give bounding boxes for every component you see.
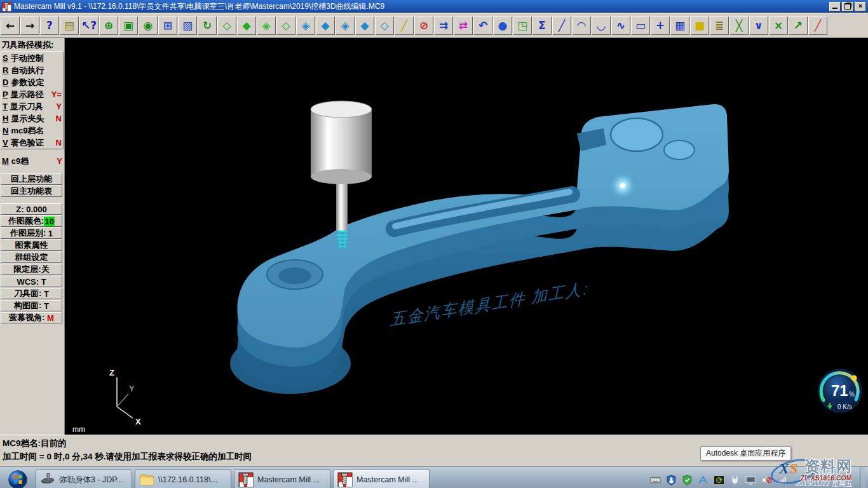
groups-button[interactable]: 群组设定 [1,252,62,263]
draw-color-button[interactable]: 作图颜色:10 [1,215,62,227]
break-point-button[interactable]: ╱ [808,17,827,35]
menu-item-manual-control[interactable]: S手动控制 [1,52,63,64]
speed-ball-widget[interactable]: 71 % 0 K/s [816,367,864,416]
cplane-front-button[interactable]: ◆ [316,17,335,35]
uac-shield-icon[interactable] [666,474,677,485]
volume-muted-icon[interactable] [761,474,773,485]
start-button[interactable] [4,468,32,488]
create-fillet-button[interactable]: ◡ [592,17,611,35]
operations-tree-button[interactable]: ≣ [710,17,729,35]
menu-key: V [3,138,8,147]
model-counterbore-inner [278,268,311,284]
help-button[interactable]: ? [40,17,59,35]
delete-entities-button[interactable]: ⊘ [414,17,433,35]
axis-x-label: X [135,417,141,426]
analyze-sigma-button[interactable]: Σ [532,17,552,35]
repaint-button[interactable]: ▨ [178,17,197,35]
taskbar-clock[interactable]: 10:5 2019/11/22 星期五 [796,471,853,488]
menu-item-mc9-filename[interactable]: Nmc9档名 [1,125,63,137]
solids-manager-button[interactable]: ◳ [513,17,532,35]
antivirus-shield-icon[interactable] [682,474,693,485]
trim-divide-button[interactable]: × [769,17,788,35]
menu-item-parameters[interactable]: D参数设定 [1,76,63,88]
file-cabinet-button[interactable]: ▤ [60,17,79,35]
wcs-button[interactable]: WCS: T [1,276,62,287]
menu-label: 手动控制 [11,53,44,64]
taskbar-button-label: \\172.16.0.118\... [158,475,217,484]
draw-level-button[interactable]: 作图层别: 1 [1,227,62,239]
taskbar-button-mastercam-1[interactable]: Mastercam Mill ... [234,469,330,488]
create-point-button[interactable]: + [651,17,670,35]
keyboard-icon[interactable] [650,474,661,485]
cplane-side-button[interactable]: ◈ [336,17,355,35]
menu-item-mc9-file[interactable]: Mc9档Y [1,155,64,167]
mask-level-button[interactable]: 限定层:关 [1,264,62,275]
taskbar-button-jdpaint[interactable]: 弥勒身体3 - JDP... [36,469,132,488]
gview-left-button[interactable]: ◇ [276,17,295,35]
menu-key: D [3,78,8,87]
close-button[interactable]: × [855,2,866,11]
menu-item-shade-verify[interactable]: V著色验证N [1,137,63,149]
xform-button[interactable]: ⇄ [454,17,473,35]
status-label: 刀具面: [14,288,41,299]
status-label: 图素属性 [15,240,48,251]
extend-button[interactable]: ↗ [789,17,808,35]
render-sphere-button[interactable]: ● [493,17,512,35]
create-solid-box-button[interactable]: ■ [690,17,709,35]
menu-item-show-holder[interactable]: H显示夹头N [1,112,63,125]
gview-wireframe-button[interactable]: ◇ [217,17,236,35]
back-arrow-button[interactable]: ← [1,17,20,35]
menu-item-auto-run[interactable]: R自动执行 [1,64,63,76]
rotate-view-button[interactable]: ↻ [198,17,217,35]
sketch-pencil-button[interactable]: ╱ [395,17,414,35]
cplane-iso-button[interactable]: ◆ [355,17,374,35]
trim-one-button[interactable]: ╳ [729,17,749,35]
menu-key: R [3,65,8,75]
attributes-button[interactable]: 图素属性 [1,240,62,251]
menu-key: P [3,90,8,99]
create-rectangle-button[interactable]: ▭ [631,17,650,35]
create-drafting-button[interactable]: ▦ [670,17,689,35]
sidebar-header: 刀具路径模拟: [0,38,64,51]
clock-time: 10:5 [796,471,853,480]
minimize-button[interactable] [829,2,841,11]
undo-button[interactable]: ↶ [473,17,492,35]
create-line-button[interactable]: ╱ [552,17,571,35]
network-signal-icon[interactable] [777,474,789,485]
status-label: 群组设定 [15,252,48,263]
status-label: 作图颜色: [8,215,44,227]
forward-arrow-button[interactable]: → [20,17,39,35]
gview-button[interactable]: 萤幕视角: M [1,312,62,323]
graphics-viewport[interactable]: 五金汽车模具工件 加工人: Z X Y mm [65,38,868,435]
cplane-top-button[interactable]: ◈ [296,17,315,35]
menu-item-show-path[interactable]: P显示路径Y= [1,88,63,100]
tool-plane-button[interactable]: 刀具面: T [1,288,62,299]
create-spline-button[interactable]: ∿ [611,17,630,35]
copy-entities-button[interactable]: ⇉ [434,17,453,35]
autodesk-tooltip: Autodesk 桌面应用程序 [700,446,791,461]
zoom-button[interactable]: ⊕ [99,17,118,35]
fit-screen-button[interactable]: ⊞ [158,17,177,35]
autodesk-icon[interactable] [698,474,709,485]
z-depth-button[interactable]: Z: 0.000 [1,203,62,215]
taskbar-button-network-folder[interactable]: \\172.16.0.118\... [135,469,231,488]
display-icon[interactable] [745,474,757,485]
power-plug-icon[interactable] [729,474,741,485]
restore-button[interactable] [842,2,853,11]
trim-two-button[interactable]: ∨ [749,17,768,35]
nvidia-icon[interactable] [714,474,725,485]
gview-solid-button[interactable]: ◆ [237,17,256,35]
pick-analyze-button[interactable]: ↖? [79,17,98,35]
cplane-3d-button[interactable]: ◇ [375,17,394,35]
menu-item-show-tool[interactable]: T显示刀具Y [1,100,63,112]
zoom-window-button[interactable]: ▣ [119,17,138,35]
create-arc-button[interactable]: ◠ [572,17,591,35]
show-desktop-button[interactable] [860,467,865,488]
zoom-scale-button[interactable]: ◉ [139,17,158,35]
taskbar-button-label: Mastercam Mill ... [356,475,419,484]
gview-shaded-button[interactable]: ◈ [257,17,276,35]
cplane-button[interactable]: 构图面: T [1,300,62,311]
back-one-level-button[interactable]: 回上层功能 [1,173,62,185]
taskbar-button-mastercam-2-active[interactable]: Mastercam Mill ... [333,469,430,488]
main-menu-button[interactable]: 回主功能表 [1,186,62,197]
